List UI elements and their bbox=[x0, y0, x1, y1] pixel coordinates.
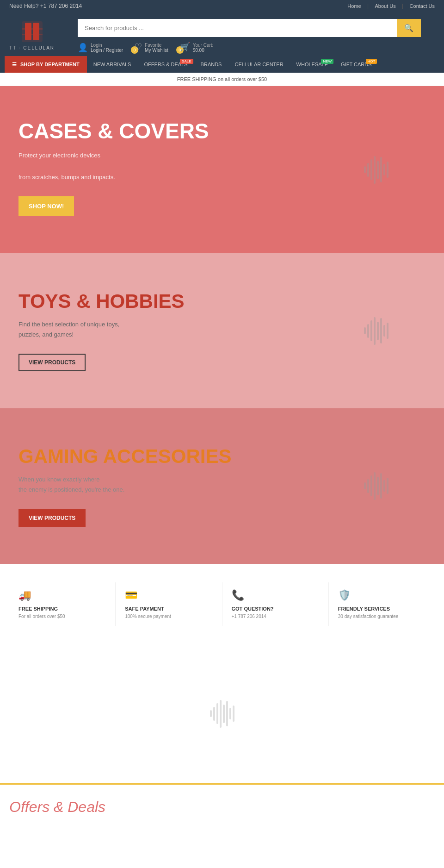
nav-brands[interactable]: BRANDS bbox=[194, 56, 228, 73]
features-section: 🚚 FREE SHIPPING For all orders over $50 … bbox=[0, 564, 444, 644]
hero1-subtitle1: Protect your electronic devices bbox=[18, 150, 134, 161]
hero2-title: TOYS & HOBBIES bbox=[18, 290, 426, 312]
hero3-view-button[interactable]: VIEW PRODUCTS bbox=[18, 509, 86, 527]
feature-shipping-title: FREE SHIPPING bbox=[18, 606, 106, 612]
hero1-title: CASES & COVERS bbox=[18, 119, 426, 144]
phone-icon: 📞 bbox=[232, 589, 319, 601]
free-shipping-bar: FREE SHIPPING on all orders over $50 bbox=[0, 73, 444, 86]
login-label: Login bbox=[91, 43, 123, 48]
svg-rect-2 bbox=[33, 23, 39, 40]
cart-icon-wrap: 🛒 0 bbox=[180, 42, 190, 54]
search-button[interactable]: 🔍 bbox=[397, 19, 421, 37]
user-actions: 👤 Login Login / Register ♡ 0 Favorite My… bbox=[78, 42, 421, 54]
logo-area: TT · CELLULAR bbox=[9, 19, 55, 50]
waveform-decoration-4 bbox=[210, 700, 234, 728]
wishlist-labels: Favorite My Wishlist bbox=[145, 43, 168, 53]
feature-shipping-desc: For all orders over $50 bbox=[18, 614, 106, 619]
login-item[interactable]: 👤 Login Login / Register bbox=[78, 43, 123, 53]
top-nav: Home | About Us | Contact Us bbox=[343, 3, 435, 9]
feature-free-shipping: 🚚 FREE SHIPPING For all orders over $50 bbox=[9, 582, 116, 626]
search-input[interactable] bbox=[78, 19, 397, 37]
register-label: Login / Register bbox=[91, 48, 123, 53]
menu-icon: ☰ bbox=[12, 62, 17, 68]
help-phone: Need Help? +1 787 206 2014 bbox=[9, 3, 82, 9]
nav-gift-cards[interactable]: GIFT CARDS HOT bbox=[334, 56, 378, 73]
search-bar: 🔍 bbox=[78, 19, 421, 37]
login-labels: Login Login / Register bbox=[91, 43, 123, 53]
feature-payment-desc: 100% secure payment bbox=[125, 614, 212, 619]
cart-amount: $0.00 bbox=[193, 48, 214, 53]
shop-by-dept-label: SHOP BY DEPARTMENT bbox=[20, 62, 80, 67]
cart-item[interactable]: 🛒 0 Your Cart: $0.00 bbox=[180, 42, 214, 54]
contact-link[interactable]: Contact Us bbox=[410, 3, 435, 9]
shield-icon: 🛡️ bbox=[338, 589, 426, 601]
feature-friendly-title: FRIENDLY SERVICES bbox=[338, 606, 426, 612]
hero1-subtitle2: from scratches, bumps and impacts. bbox=[18, 172, 134, 182]
payment-icon: 💳 bbox=[125, 589, 212, 601]
nav-divider2: | bbox=[402, 3, 403, 9]
feature-friendly: 🛡️ FRIENDLY SERVICES 30 day satisfaction… bbox=[329, 582, 435, 626]
shop-by-dept-button[interactable]: ☰ SHOP BY DEPARTMENT bbox=[5, 56, 87, 73]
logo-icon bbox=[19, 19, 45, 44]
logo-text: TT · CELLULAR bbox=[9, 45, 55, 50]
my-wishlist-label: My Wishlist bbox=[145, 48, 168, 53]
your-cart-label: Your Cart: bbox=[193, 43, 214, 48]
cart-icon: 🛒 bbox=[180, 42, 190, 51]
feature-question-title: GOT QUESTION? bbox=[232, 606, 319, 612]
hero1-shop-button[interactable]: SHOP NOW! bbox=[18, 196, 74, 216]
favorite-label: Favorite bbox=[145, 43, 168, 48]
nav-wholesale[interactable]: WHOLESALE NEW bbox=[290, 56, 334, 73]
home-link[interactable]: Home bbox=[347, 3, 361, 9]
waveform-decoration-2 bbox=[364, 317, 388, 345]
nav-offers-deals[interactable]: OFFERS & DEALS SALE bbox=[137, 56, 194, 73]
offers-section: Offers & Deals bbox=[0, 783, 444, 820]
wishlist-icon-wrap: ♡ 0 bbox=[135, 42, 142, 54]
nav-new-arrivals[interactable]: NEW ARRIVALS bbox=[87, 56, 138, 73]
svg-rect-0 bbox=[22, 21, 43, 42]
feature-friendly-desc: 30 day satisfaction guarantee bbox=[338, 614, 426, 619]
feature-question: 📞 GOT QUESTION? +1 787 206 2014 bbox=[222, 582, 329, 626]
wishlist-item[interactable]: ♡ 0 Favorite My Wishlist bbox=[135, 42, 168, 54]
cart-labels: Your Cart: $0.00 bbox=[193, 43, 214, 53]
shipping-icon: 🚚 bbox=[18, 589, 106, 601]
nav-cellular-center[interactable]: CELLULAR CENTER bbox=[228, 56, 290, 73]
free-shipping-text: FREE SHIPPING on all orders over $50 bbox=[177, 76, 267, 82]
nav-bar: ☰ SHOP BY DEPARTMENT NEW ARRIVALS OFFERS… bbox=[0, 56, 444, 73]
svg-rect-1 bbox=[25, 23, 31, 40]
waveform-decoration-1 bbox=[364, 156, 388, 184]
about-link[interactable]: About Us bbox=[375, 3, 396, 9]
waveform-decoration-3 bbox=[364, 472, 388, 500]
hero-toys-hobbies: TOYS & HOBBIES Find the best selection o… bbox=[0, 253, 444, 408]
user-icon: 👤 bbox=[78, 43, 88, 53]
feature-payment-title: SAFE PAYMENT bbox=[125, 606, 212, 612]
hero-gaming: GAMING ACCESORIES When you know exactly … bbox=[0, 408, 444, 563]
feature-question-desc: +1 787 206 2014 bbox=[232, 614, 319, 619]
hero2-view-button[interactable]: VIEW PRODUCTS bbox=[18, 354, 86, 371]
gift-cards-badge: HOT bbox=[366, 59, 377, 64]
header: TT · CELLULAR 🔍 👤 Login Login / Register… bbox=[0, 12, 444, 56]
wholesale-badge: NEW bbox=[321, 59, 333, 64]
nav-divider: | bbox=[367, 3, 369, 9]
top-bar: Need Help? +1 787 206 2014 Home | About … bbox=[0, 0, 444, 12]
hero-cases-covers: CASES & COVERS Protect your electronic d… bbox=[0, 86, 444, 253]
nav-links: NEW ARRIVALS OFFERS & DEALS SALE BRANDS … bbox=[87, 56, 378, 73]
products-placeholder bbox=[0, 644, 444, 783]
svg-rect-3 bbox=[22, 28, 43, 30]
offers-title: Offers & Deals bbox=[9, 799, 435, 816]
svg-rect-4 bbox=[22, 34, 43, 35]
feature-safe-payment: 💳 SAFE PAYMENT 100% secure payment bbox=[116, 582, 222, 626]
search-area: 🔍 👤 Login Login / Register ♡ 0 Favorite … bbox=[78, 19, 421, 54]
offers-badge: SALE bbox=[180, 59, 193, 64]
hero3-title: GAMING ACCESORIES bbox=[18, 445, 426, 468]
